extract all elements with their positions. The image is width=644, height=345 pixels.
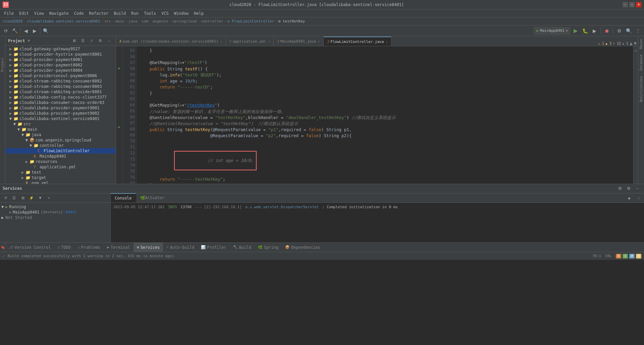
menu-run[interactable]: Run (128, 10, 141, 16)
project-autoscroll[interactable]: ⤢ (88, 37, 96, 45)
gutter-68[interactable]: ▶ (116, 124, 122, 129)
menu-code[interactable]: Code (71, 10, 87, 16)
tree-item-src[interactable]: ▼ 📁 src (5, 121, 116, 127)
search-button[interactable]: 🔍 (625, 27, 633, 35)
bottom-tab-terminal[interactable]: ▶ Terminal (104, 243, 133, 252)
tab-pom-xml[interactable]: X pom.xml (cloudalibaba-sentinel-service… (116, 37, 226, 46)
tab-flowlimitcontroller[interactable]: J FlowLimitController.java ✕ (324, 37, 391, 46)
settings-button[interactable]: ⚙ (615, 27, 623, 35)
project-settings[interactable]: ⚙ (96, 37, 104, 45)
tree-item-hystrix8001[interactable]: ▶ 📁 cloud-provider-hystrix-payment8001 (5, 52, 116, 57)
tree-item-target[interactable]: ▶ 📁 target (5, 175, 116, 180)
tree-item-nacos3377[interactable]: ▶ 📁 cloudalibaba-config-nacos-client3377 (5, 95, 116, 100)
tree-item-payment8004[interactable]: ▶ 📁 cloud-provider-payment8004 (5, 68, 116, 73)
run-with-coverage-button[interactable]: ▶̣ (590, 27, 598, 35)
scroll-up-icon[interactable]: ▲ (630, 41, 632, 46)
navigate-forward-button[interactable]: ▶ (31, 27, 39, 35)
tab-mainapp8401[interactable]: J MainApp8401.java ✕ (274, 37, 324, 46)
tree-item-stream8803[interactable]: ▶ 📁 cloud-stream-rabbitmq-consumer8803 (5, 84, 116, 89)
tree-item-consul8006[interactable]: ▶ 📁 cloud-providerconsul-payment8006 (5, 73, 116, 78)
bottom-tab-services[interactable]: ⚙ Services (133, 243, 163, 252)
port-label[interactable]: :8401/ (64, 210, 77, 214)
menu-view[interactable]: View (32, 10, 47, 16)
menu-refactor[interactable]: Refactor (86, 10, 111, 16)
tree-item-java[interactable]: ▼ 📁 java (5, 132, 116, 137)
services-hide-button[interactable]: − (633, 184, 641, 192)
debug-button[interactable]: 🐛 (581, 27, 589, 35)
project-collapse-all[interactable]: ⊞ (70, 37, 78, 45)
maximize-button[interactable]: □ (629, 2, 635, 7)
search-everywhere-button[interactable]: 🔍 (42, 27, 50, 35)
menu-help[interactable]: Help (191, 10, 206, 16)
more-actions-button[interactable]: ⋮ (634, 27, 642, 35)
bc-class[interactable]: ⊙ FlowLimitController (227, 19, 274, 23)
database-panel-toggle[interactable]: Database (639, 52, 644, 73)
tree-item-nacos83[interactable]: ▶ 📁 cloudalibaba-consumer-nacos-order83 (5, 100, 116, 105)
minimize-button[interactable]: − (623, 2, 628, 7)
code-content[interactable]: } @GetMapping(⊙▼"/testF") public String … (137, 46, 633, 184)
bottom-tab-dependencies[interactable]: 📦 Dependencies (282, 243, 324, 252)
tree-item-gateway9527[interactable]: ▶ 📁 cloud-gateway-gateway9527 (5, 46, 116, 52)
sync-files-button[interactable]: ⟳ (2, 27, 10, 35)
tree-item-mainapp8401[interactable]: ▶ A MainApp8401 (5, 154, 116, 159)
bottom-tab-version-control[interactable]: ⎇ Version Control (5, 243, 54, 252)
gutter-58[interactable]: ▶ (116, 65, 122, 71)
project-dropdown-icon[interactable]: ▼ (28, 39, 30, 43)
bottom-tab-auto-build[interactable]: ⚡ Auto-build (163, 243, 198, 252)
menu-window[interactable]: Window (171, 10, 191, 16)
navigate-back-button[interactable]: ◀ (22, 27, 30, 35)
tree-item-stream8802[interactable]: ▶ 📁 cloud-stream-rabbitmq-consumer8802 (5, 78, 116, 84)
tree-item-package[interactable]: ▼ 📦 com.angenin.springcloud (5, 137, 116, 143)
stop-button[interactable]: ⏹ (603, 27, 611, 35)
build-project-button[interactable]: 🔨 (11, 27, 19, 35)
services-filter2-button[interactable]: ▼ (36, 194, 44, 202)
menu-edit[interactable]: Edit (16, 10, 32, 16)
services-not-started-group[interactable]: ▶ Not Started (0, 215, 110, 220)
services-gear-button[interactable]: ⚙ (625, 184, 633, 192)
project-expand-all[interactable]: ☰ (79, 37, 87, 45)
menu-file[interactable]: File (1, 10, 16, 16)
services-collapse-button[interactable]: ☰ (10, 194, 18, 202)
run-config-dropdown-icon[interactable]: ▼ (566, 29, 568, 33)
bottom-tab-todo[interactable]: ☑ TODO (54, 243, 74, 252)
bookmarks-icon[interactable]: 🔖 (0, 243, 5, 252)
notifications-panel-toggle[interactable]: Notifications (639, 73, 644, 105)
tree-item-controller-folder[interactable]: ▼ 📁 controller (5, 143, 116, 148)
menu-vcs[interactable]: VCS (159, 10, 171, 16)
services-running-group[interactable]: ▼ ▶ Running (0, 204, 110, 210)
console-output[interactable]: 2023-09-05 12:47:17.382 INFO 13700 --- [… (111, 203, 644, 242)
console-scroll-end[interactable]: ↓ (635, 194, 643, 202)
run-button[interactable]: ▶ (572, 27, 580, 35)
tree-item-payment8002[interactable]: ▶ 📁 cloud-provider-payment8002 (5, 62, 116, 68)
menu-tools[interactable]: Tools (141, 10, 159, 16)
project-panel-toggle[interactable]: Project (1, 56, 4, 73)
scroll-down-icon[interactable]: ▼ (634, 41, 637, 46)
console-tab[interactable]: Console (111, 193, 136, 203)
services-filter-button[interactable]: ⚡ (28, 194, 36, 202)
bc-method[interactable]: m testHotKey (278, 19, 305, 23)
project-hide[interactable]: − (105, 37, 113, 45)
bc-project[interactable]: cloud2020 (3, 19, 23, 23)
tree-item-flowlimitcontroller[interactable]: ▶ C FlowLimitController (5, 148, 116, 154)
services-mainapp8401[interactable]: ▶ MainApp8401 [devtools] :8401/ (0, 210, 110, 215)
tree-item-main[interactable]: ▼ 📁 main (5, 127, 116, 132)
tree-item-sentinel8401[interactable]: ▼ 📁 cloudalibaba-sentinel-service8401 (5, 116, 116, 121)
tree-item-test[interactable]: ▶ 📁 test (5, 170, 116, 175)
tree-item-payment8001[interactable]: ▶ 📁 cloud-provider-payment8001 (5, 57, 116, 62)
tree-item-pomxml-module[interactable]: ▶ X pom.xml (5, 180, 116, 184)
menu-navigate[interactable]: Navigate (47, 10, 71, 16)
bottom-tab-build[interactable]: 🔨 Build (230, 243, 255, 252)
tree-item-stream8801[interactable]: ▶ 📁 cloud-stream-rabbitmq-provider8801 (5, 89, 116, 95)
tab-application-yml[interactable]: Y application.yml ✕ (226, 37, 274, 46)
tree-item-provider9002[interactable]: ▶ 📁 cloudalibaba-provider-payment9002 (5, 111, 116, 116)
tab-close-icon[interactable]: ✕ (268, 40, 270, 43)
close-button[interactable]: ✕ (636, 2, 641, 7)
bottom-tab-problems[interactable]: ⚠ Problems (74, 243, 104, 252)
menu-build[interactable]: Build (111, 10, 128, 16)
actuator-tab[interactable]: 🌿 Actuator (136, 193, 169, 203)
bc-module[interactable]: cloudalibaba-sentinel-service8401 (27, 19, 100, 23)
services-add-button[interactable]: + (45, 194, 53, 202)
tab-close-icon[interactable]: ✕ (386, 40, 388, 44)
services-expand-button[interactable]: ⊞ (19, 194, 27, 202)
tab-close-icon[interactable]: ✕ (318, 40, 320, 43)
